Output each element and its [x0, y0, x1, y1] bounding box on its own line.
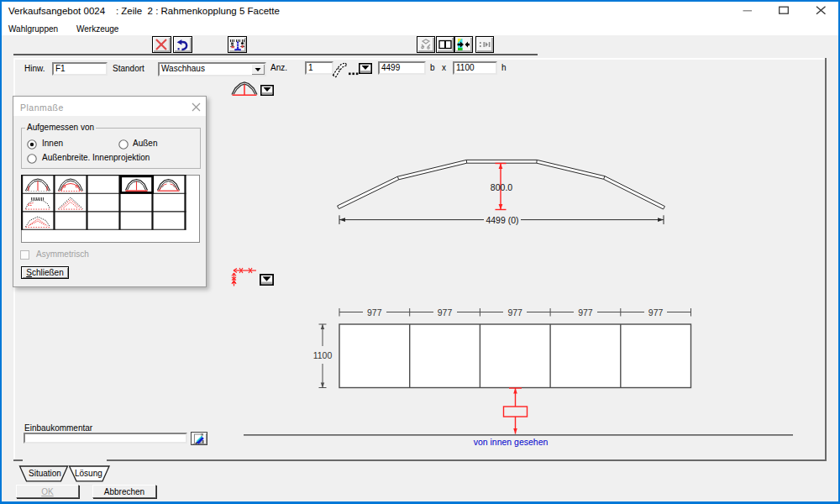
- svg-text:4499 (0): 4499 (0): [486, 215, 518, 225]
- svg-text:977: 977: [507, 307, 522, 318]
- svg-text:977: 977: [367, 307, 382, 318]
- svg-text:von innen gesehen: von innen gesehen: [474, 437, 549, 447]
- svg-text:977: 977: [578, 307, 593, 318]
- svg-text:1100: 1100: [313, 350, 333, 360]
- svg-text:977: 977: [648, 307, 664, 318]
- svg-text:800.0: 800.0: [491, 182, 512, 192]
- svg-text:977: 977: [438, 307, 453, 318]
